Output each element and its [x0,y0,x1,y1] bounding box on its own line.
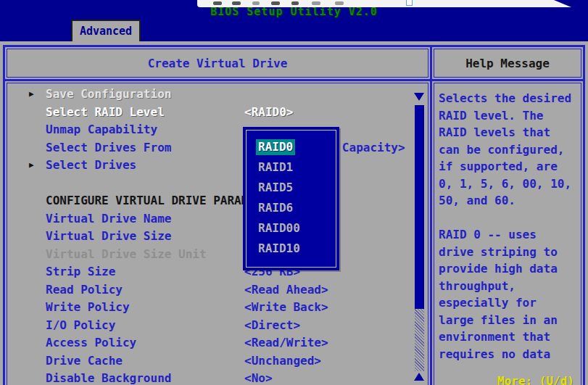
scroll-up-arrow-icon[interactable] [414,93,424,101]
raid-level-option-list: RAID0RAID1RAID5RAID6RAID00RAID10 [246,130,336,268]
help-panel-body: Selects the desired RAID level. The RAID… [432,81,583,385]
setup-window: Create Virtual Drive Help Message ▶Save … [3,45,585,385]
raid-option-label: RAID5 [256,180,295,196]
scrollbar-track[interactable] [415,309,424,371]
host-toolbar-icon-fragment[interactable] [271,1,280,5]
left-panel-title: Create Virtual Drive [148,57,288,70]
menu-item-select-raid-level[interactable]: Select RAID Level<RAID0> [8,104,427,122]
raid-option-raid6[interactable]: RAID6 [258,200,336,220]
help-panel-header: Help Message [432,47,583,79]
host-toolbar-icon-fragment[interactable] [335,1,344,5]
raid-option-raid1[interactable]: RAID1 [258,160,336,180]
menu-item-label: Select Drives From [46,139,171,157]
menu-item-label: Write Policy [46,299,130,317]
menu-item-label: I/O Policy [46,317,115,335]
scroll-down-arrow-icon[interactable] [414,373,424,381]
menu-item-access-policy[interactable]: Access Policy<Read/Write> [8,334,427,352]
menu-item-read-policy[interactable]: Read Policy<Read Ahead> [8,281,427,299]
menu-item-write-policy[interactable]: Write Policy<Write Back> [8,299,427,317]
menu-item-virtual-drive-size[interactable]: Virtual Drive Size [8,228,427,246]
menu-item-unmap-capability[interactable]: Unmap Capability [8,121,427,139]
menu-item-drive-cache[interactable]: Drive Cache<Unchanged> [8,352,427,370]
raid-option-label: RAID6 [256,200,295,216]
raid-option-raid5[interactable]: RAID5 [258,180,336,200]
menu-item-save-configuration[interactable]: ▶Save Configuration [8,86,427,104]
menu-spacer [8,175,427,193]
submenu-arrow-icon: ▶ [29,86,34,104]
more-indicator: More: (U/d) [497,374,574,385]
menu-item-virtual-drive-name[interactable]: Virtual Drive Name [8,210,427,228]
menu-item-value: <Unchanged> [244,352,321,370]
host-toolbar-icon-fragment[interactable] [291,1,299,5]
menu-item-label: Drive Cache [46,352,123,370]
help-message-text: Selects the desired RAID level. The RAID… [439,90,580,363]
raid-option-label: RAID0 [256,139,295,155]
menu-item-select-drives[interactable]: ▶Select Drives [8,157,427,175]
menu-item-label: Access Policy [46,334,136,352]
settings-menu: ▶Save ConfigurationSelect RAID Level<RAI… [8,84,427,385]
raid-option-raid00[interactable]: RAID00 [258,220,336,241]
menu-item-disable-background[interactable]: Disable Background<No> [8,370,427,385]
raid-level-dropdown: RAID0RAID1RAID5RAID6RAID00RAID10 [243,127,339,270]
menu-item-label: Select RAID Level [46,104,165,122]
host-toolbar-icon-fragment[interactable] [213,1,222,5]
menu-item-value: <No> [244,370,273,385]
menu-item-label: Read Policy [46,281,123,299]
menu-item-label: Disable Background [46,370,171,385]
menu-item-value: <Read/Write> [244,334,328,352]
host-toolbar [197,0,571,7]
menu-item-label: Strip Size [46,263,115,281]
menu-item-strip-size[interactable]: Strip Size<256 KB> [8,263,427,281]
tab-advanced[interactable]: Advanced [71,20,141,41]
menu-item-value: <Write Back> [244,299,328,317]
menu-item-label: Select Drives [46,157,136,175]
menu-item-value: <RAID0> [244,104,293,122]
host-toolbar-icon-fragment[interactable] [232,1,241,5]
raid-option-raid10[interactable]: RAID10 [258,241,336,261]
left-panel-header: Create Virtual Drive [5,47,430,79]
scrollbar-thumb[interactable] [415,105,424,309]
menu-section-header: CONFIGURE VIRTUAL DRIVE PARAMETERS: [8,192,427,210]
host-toolbar-icon-fragment[interactable] [312,1,320,5]
menu-item-label: Virtual Drive Size Unit [46,246,207,264]
menu-item-virtual-drive-size-unit[interactable]: Virtual Drive Size Unit [8,246,427,264]
host-toolbar-icon-fragment[interactable] [252,1,260,5]
help-panel-title: Help Message [465,57,550,70]
submenu-arrow-icon: ▶ [29,157,34,175]
menu-item-value: <Read Ahead> [244,281,328,299]
raid-option-label: RAID1 [256,160,295,175]
raid-option-label: RAID10 [256,241,302,257]
menu-item-select-drives-from[interactable]: Select Drives From<Unconfigured Capacity… [8,139,427,157]
raid-option-raid0[interactable]: RAID0 [258,139,336,160]
menu-item-label: Virtual Drive Size [46,228,171,246]
menu-item-label: Virtual Drive Name [46,210,171,228]
host-toolbar-checkbox-icon[interactable] [406,0,413,6]
menu-item-value: <Direct> [244,317,300,335]
menu-item-i-o-policy[interactable]: I/O Policy<Direct> [8,317,427,335]
menu-item-label: Unmap Capability [46,121,157,139]
left-panel-body: ▶Save ConfigurationSelect RAID Level<RAI… [5,81,430,385]
menu-item-label: Save Configuration [46,86,171,104]
raid-option-label: RAID00 [256,220,302,236]
